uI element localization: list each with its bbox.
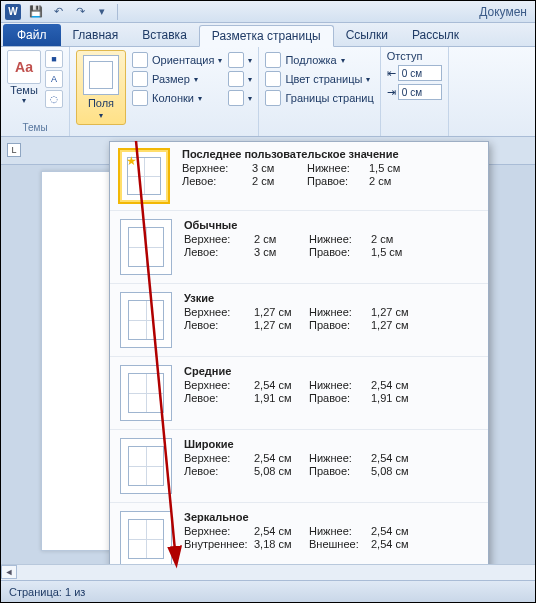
chevron-down-icon: ▾: [341, 56, 345, 65]
themes-button[interactable]: Aa Темы ▾: [7, 50, 41, 108]
page-color-button[interactable]: Цвет страницы▾: [265, 71, 373, 87]
ribbon-tabs: Файл Главная Вставка Разметка страницы С…: [1, 23, 535, 47]
margin-preset-icon: [120, 219, 172, 275]
margin-preset-item[interactable]: УзкиеВерхнее:1,27 смНижнее:1,27 смЛевое:…: [110, 284, 488, 357]
columns-button[interactable]: Колонки▾: [132, 90, 222, 106]
indent-left-stepper[interactable]: ⇤ 0 см: [387, 65, 442, 81]
chevron-down-icon: ▾: [248, 75, 252, 84]
margin-preset-body: ЗеркальноеВерхнее:2,54 смНижнее:2,54 смВ…: [184, 511, 478, 567]
group-page-background: Подложка▾ Цвет страницы▾ Границы страниц: [259, 47, 380, 136]
indent-right-value[interactable]: 0 см: [398, 84, 442, 100]
margin-preset-title: Зеркальное: [184, 511, 478, 523]
line-numbers-button[interactable]: ▾: [228, 71, 252, 87]
margins-icon: [83, 55, 119, 95]
orientation-button[interactable]: Ориентация▾: [132, 52, 222, 68]
page-count: Страница: 1 из: [9, 586, 85, 598]
margin-preset-title: Обычные: [184, 219, 478, 231]
qat-customize-button[interactable]: ▾: [92, 3, 112, 21]
document-title: Докумен: [479, 5, 531, 19]
status-bar: Страница: 1 из: [1, 580, 535, 602]
title-bar: W 💾 ↶ ↷ ▾ Докумен: [1, 1, 535, 23]
indent-label: Отступ: [387, 50, 442, 62]
hyphenation-button[interactable]: ▾: [228, 90, 252, 106]
tab-page-layout[interactable]: Разметка страницы: [199, 25, 334, 47]
margin-preset-item[interactable]: ★Последнее пользовательское значениеВерх…: [110, 142, 488, 211]
indent-right-icon: ⇥: [387, 86, 396, 99]
margin-preset-item[interactable]: СредниеВерхнее:2,54 смНижнее:2,54 смЛево…: [110, 357, 488, 430]
size-icon: [132, 71, 148, 87]
hyphenation-icon: [228, 90, 244, 106]
page-borders-button[interactable]: Границы страниц: [265, 90, 373, 106]
orientation-icon: [132, 52, 148, 68]
indent-left-value[interactable]: 0 см: [398, 65, 442, 81]
watermark-label: Подложка: [285, 54, 336, 66]
margin-preset-icon: [120, 511, 172, 567]
chevron-down-icon: ▾: [248, 56, 252, 65]
margin-preset-title: Узкие: [184, 292, 478, 304]
margins-label: Поля: [88, 97, 114, 109]
margin-preset-body: ШирокиеВерхнее:2,54 смНижнее:2,54 смЛево…: [184, 438, 478, 494]
margin-preset-title: Средние: [184, 365, 478, 377]
line-numbers-icon: [228, 71, 244, 87]
margin-preset-title: Широкие: [184, 438, 478, 450]
watermark-icon: [265, 52, 281, 68]
tab-mailings[interactable]: Рассылк: [400, 24, 471, 46]
columns-icon: [132, 90, 148, 106]
chevron-down-icon: ▾: [366, 75, 370, 84]
page-color-icon: [265, 71, 281, 87]
margin-preset-body: СредниеВерхнее:2,54 смНижнее:2,54 смЛево…: [184, 365, 478, 421]
qat-undo-button[interactable]: ↶: [48, 3, 68, 21]
margin-preset-title: Последнее пользовательское значение: [182, 148, 480, 160]
theme-effects-button[interactable]: ◌: [45, 90, 63, 108]
margin-preset-icon: ★: [118, 148, 170, 204]
margin-preset-values: Верхнее:3 смНижнее:1,5 смЛевое:2 смПраво…: [182, 162, 480, 187]
separator: [117, 4, 118, 20]
margin-preset-body: ОбычныеВерхнее:2 смНижнее:2 смЛевое:3 см…: [184, 219, 478, 275]
tab-insert[interactable]: Вставка: [130, 24, 199, 46]
scroll-left-button[interactable]: ◄: [1, 565, 17, 579]
chevron-down-icon: ▾: [248, 94, 252, 103]
margin-preset-body: Последнее пользовательское значениеВерхн…: [182, 148, 480, 204]
indent-right-stepper[interactable]: ⇥ 0 см: [387, 84, 442, 100]
margin-preset-body: УзкиеВерхнее:1,27 смНижнее:1,27 смЛевое:…: [184, 292, 478, 348]
tab-file[interactable]: Файл: [3, 24, 61, 46]
margin-preset-values: Верхнее:2,54 смНижнее:2,54 смЛевое:1,91 …: [184, 379, 478, 404]
margins-dropdown: ★Последнее пользовательское значениеВерх…: [109, 141, 489, 603]
tab-selector[interactable]: L: [7, 143, 21, 157]
tab-home[interactable]: Главная: [61, 24, 131, 46]
app-icon: W: [5, 4, 21, 20]
watermark-button[interactable]: Подложка▾: [265, 52, 373, 68]
margin-preset-values: Верхнее:1,27 смНижнее:1,27 смЛевое:1,27 …: [184, 306, 478, 331]
chevron-down-icon: ▾: [99, 111, 103, 120]
size-button[interactable]: Размер▾: [132, 71, 222, 87]
chevron-down-icon: ▾: [194, 75, 198, 84]
page-color-label: Цвет страницы: [285, 73, 362, 85]
margin-preset-values: Верхнее:2,54 смНижнее:2,54 смЛевое:5,08 …: [184, 452, 478, 477]
margin-preset-item[interactable]: ОбычныеВерхнее:2 смНижнее:2 смЛевое:3 см…: [110, 211, 488, 284]
columns-label: Колонки: [152, 92, 194, 104]
breaks-icon: [228, 52, 244, 68]
theme-fonts-button[interactable]: A: [45, 70, 63, 88]
margins-button[interactable]: Поля ▾: [76, 50, 126, 125]
margin-preset-icon: [120, 438, 172, 494]
tab-references[interactable]: Ссылки: [334, 24, 400, 46]
margin-preset-values: Верхнее:2,54 смНижнее:2,54 смВнутреннее:…: [184, 525, 478, 550]
ribbon: Aa Темы ▾ ■ A ◌ Темы Поля ▾ Ориентация▾ …: [1, 47, 535, 137]
qat-redo-button[interactable]: ↷: [70, 3, 90, 21]
margin-preset-icon: [120, 292, 172, 348]
group-label: Темы: [7, 120, 63, 133]
breaks-button[interactable]: ▾: [228, 52, 252, 68]
size-label: Размер: [152, 73, 190, 85]
group-themes: Aa Темы ▾ ■ A ◌ Темы: [1, 47, 70, 136]
chevron-down-icon: ▾: [198, 94, 202, 103]
star-icon: ★: [126, 154, 137, 168]
margin-preset-values: Верхнее:2 смНижнее:2 смЛевое:3 смПравое:…: [184, 233, 478, 258]
orientation-label: Ориентация: [152, 54, 214, 66]
chevron-down-icon: ▾: [218, 56, 222, 65]
qat-save-button[interactable]: 💾: [26, 3, 46, 21]
theme-colors-button[interactable]: ■: [45, 50, 63, 68]
page-borders-icon: [265, 90, 281, 106]
themes-label: Темы: [10, 84, 38, 96]
margin-preset-item[interactable]: ШирокиеВерхнее:2,54 смНижнее:2,54 смЛево…: [110, 430, 488, 503]
horizontal-scrollbar[interactable]: ◄: [1, 564, 535, 580]
